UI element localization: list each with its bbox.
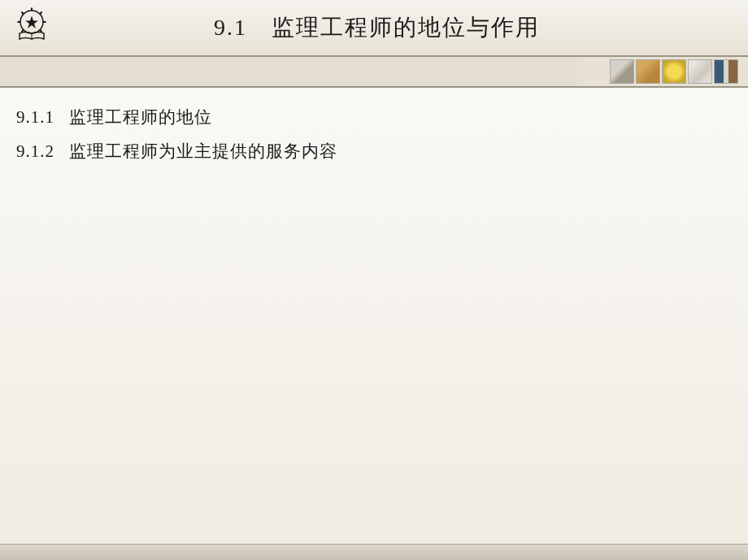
drafting-icon <box>688 59 712 84</box>
svg-line-2 <box>40 11 42 14</box>
slide-footer <box>0 544 748 560</box>
compass-icon <box>610 59 634 84</box>
item-number: 9.1.2 <box>16 141 54 161</box>
icon-bar <box>0 57 748 88</box>
decorative-icons <box>610 59 738 84</box>
people-icon <box>714 59 738 84</box>
item-text: 监理工程师的地位 <box>69 107 212 127</box>
content-item: 9.1.1监理工程师的地位 <box>16 106 732 128</box>
gear-star-book-icon <box>11 6 52 46</box>
svg-line-7 <box>22 11 24 14</box>
slide-title: 9.1 监理工程师的地位与作用 <box>54 12 748 43</box>
clock-icon <box>662 59 686 84</box>
content-item: 9.1.2监理工程师为业主提供的服务内容 <box>16 140 732 163</box>
slide-header: 9.1 监理工程师的地位与作用 <box>0 0 748 57</box>
hand-icon <box>636 59 660 84</box>
logo <box>10 6 54 50</box>
item-number: 9.1.1 <box>16 107 54 127</box>
item-text: 监理工程师为业主提供的服务内容 <box>69 141 337 161</box>
slide-content: 9.1.1监理工程师的地位 9.1.2监理工程师为业主提供的服务内容 <box>0 88 748 544</box>
